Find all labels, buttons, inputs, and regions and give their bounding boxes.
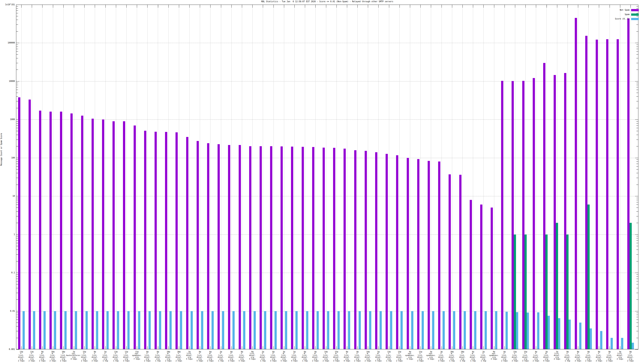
y-tick-label: 100 [0,157,15,159]
y-tick-label: 0.001 [0,348,15,350]
legend-item-spam: Spam [596,13,639,16]
legend-item-not-spam: Not Spam [596,9,639,11]
legend-swatch-spam-icon [631,13,639,16]
legend-label-not-spam: Not Spam [620,9,630,11]
chart-title: RBL Statistics - Tue Jan 6 12:58:07 EST … [16,0,638,2]
y-tick-label: 1 [0,233,15,236]
y-tick-label: 0.01 [0,310,15,312]
plot-border [16,5,638,350]
legend-swatch-not-spam-icon [631,9,639,11]
legend-item-score: Score (0..1) [596,18,639,20]
y-tick-label: 0.1 [0,272,15,274]
x-tick-label: 9@ 2. list. dnswl. org 2 hops [621,351,640,362]
legend-label-score: Score (0..1) [615,18,630,20]
y-tick-label: 1000 [0,118,15,120]
y-major-tick [16,349,19,350]
legend-label-spam: Spam [625,13,630,15]
y-axis-label: Message Count or Spam Score [0,133,2,166]
y-tick-label: 1x10^{6} [0,3,15,6]
y-tick-label: 10000 [0,80,15,82]
y-tick-label: 10 [0,195,15,197]
legend-swatch-score-icon [631,18,639,20]
y-major-tick [635,349,638,350]
rbl-statistics-chart: RBL Statistics - Tue Jan 6 12:58:07 EST … [0,0,644,362]
y-tick-label: 100000 [0,42,15,44]
